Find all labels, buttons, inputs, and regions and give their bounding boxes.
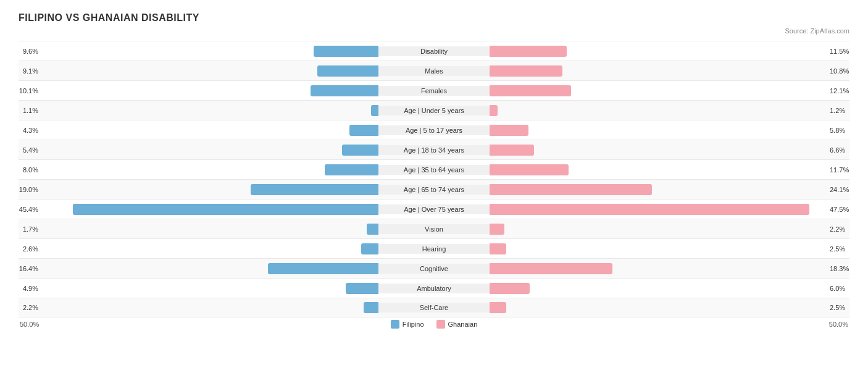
- row-inner: 2.6% Hearing 2.5%: [19, 239, 849, 258]
- right-bar: [490, 65, 562, 77]
- right-bar: [490, 125, 528, 136]
- left-value: 9.6%: [19, 48, 42, 55]
- left-value: 10.1%: [19, 87, 42, 94]
- right-bar: [490, 184, 652, 195]
- chart-row: 9.6% Disability 11.5%: [19, 41, 849, 61]
- right-bar-wrap: [490, 224, 826, 235]
- left-bar-wrap: [42, 65, 378, 77]
- right-bar-wrap: [490, 105, 826, 116]
- left-section: 9.6%: [19, 41, 378, 61]
- chart-row: 5.4% Age | 18 to 34 years 6.6%: [19, 140, 849, 159]
- left-bar-wrap: [42, 224, 378, 235]
- chart-row: 16.4% Cognitive 18.3%: [19, 258, 849, 278]
- left-value: 16.4%: [19, 265, 42, 272]
- row-label: Age | Under 5 years: [378, 106, 490, 116]
- right-value: 11.7%: [826, 166, 849, 174]
- left-section: 1.1%: [19, 101, 378, 120]
- right-section: 24.1%: [490, 180, 849, 199]
- left-section: 1.7%: [19, 219, 378, 238]
- right-value: 10.8%: [826, 67, 849, 75]
- row-inner: 1.1% Age | Under 5 years 1.2%: [19, 101, 849, 120]
- chart-row: 19.0% Age | 65 to 74 years 24.1%: [19, 179, 849, 199]
- row-inner: 4.3% Age | 5 to 17 years 5.8%: [19, 120, 849, 140]
- right-bar: [490, 85, 571, 96]
- right-bar-wrap: [490, 145, 826, 156]
- row-inner: 9.6% Disability 11.5%: [19, 41, 849, 61]
- right-value: 11.5%: [826, 48, 849, 55]
- left-bar: [367, 224, 378, 235]
- left-section: 5.4%: [19, 140, 378, 159]
- right-bar-wrap: [490, 184, 826, 195]
- left-section: 2.6%: [19, 239, 378, 258]
- row-inner: 8.0% Age | 35 to 64 years 11.7%: [19, 160, 849, 179]
- left-bar: [251, 184, 378, 195]
- right-bar: [490, 224, 504, 235]
- right-bar-wrap: [490, 204, 826, 215]
- right-bar: [490, 283, 530, 294]
- left-value: 2.6%: [19, 245, 42, 253]
- left-bar: [268, 263, 378, 274]
- right-section: 2.5%: [490, 298, 849, 317]
- right-section: 47.5%: [490, 200, 849, 219]
- right-section: 10.8%: [490, 61, 849, 80]
- right-value: 18.3%: [826, 265, 849, 272]
- chart-row: 4.3% Age | 5 to 17 years 5.8%: [19, 120, 849, 140]
- right-section: 6.6%: [490, 140, 849, 159]
- left-section: 4.3%: [19, 120, 378, 140]
- right-bar-wrap: [490, 65, 826, 77]
- right-bar: [490, 105, 498, 116]
- right-bar-wrap: [490, 46, 826, 57]
- chart-row: 2.2% Self-Care 2.5%: [19, 298, 849, 317]
- left-bar: [311, 85, 378, 96]
- chart-row: 2.6% Hearing 2.5%: [19, 238, 849, 258]
- legend-label-filipino: Filipino: [403, 321, 424, 328]
- left-bar: [342, 145, 378, 156]
- left-value: 1.7%: [19, 225, 42, 233]
- left-value: 19.0%: [19, 186, 42, 193]
- right-bar-wrap: [490, 302, 826, 313]
- left-bar-wrap: [42, 145, 378, 156]
- left-bar: [314, 46, 378, 57]
- left-section: 4.9%: [19, 279, 378, 298]
- legend-box-ghanaian: [436, 320, 445, 329]
- right-bar-wrap: [490, 263, 826, 274]
- right-bar: [490, 164, 569, 175]
- row-label: Age | 5 to 17 years: [378, 125, 490, 135]
- row-inner: 16.4% Cognitive 18.3%: [19, 259, 849, 278]
- right-bar-wrap: [490, 164, 826, 175]
- chart-row: 8.0% Age | 35 to 64 years 11.7%: [19, 159, 849, 179]
- right-section: 5.8%: [490, 120, 849, 140]
- left-section: 19.0%: [19, 180, 378, 199]
- right-bar: [490, 46, 567, 57]
- left-section: 45.4%: [19, 200, 378, 219]
- right-bar-wrap: [490, 243, 826, 254]
- chart-row: 9.1% Males 10.8%: [19, 61, 849, 80]
- left-bar: [325, 164, 378, 175]
- row-inner: 2.2% Self-Care 2.5%: [19, 298, 849, 317]
- left-bar-wrap: [42, 302, 378, 313]
- left-section: 9.1%: [19, 61, 378, 80]
- row-label: Females: [378, 86, 490, 96]
- source-label: Source: ZipAtlas.com: [19, 27, 849, 35]
- legend-item-filipino: Filipino: [391, 320, 424, 329]
- left-bar-wrap: [42, 184, 378, 195]
- chart-footer: 50.0% Filipino Ghanaian 50.0%: [19, 320, 849, 329]
- row-inner: 5.4% Age | 18 to 34 years 6.6%: [19, 140, 849, 159]
- right-section: 2.5%: [490, 239, 849, 258]
- left-bar-wrap: [42, 125, 378, 136]
- row-label: Age | 18 to 34 years: [378, 145, 490, 155]
- left-bar-wrap: [42, 283, 378, 294]
- right-bar-wrap: [490, 283, 826, 294]
- row-label: Vision: [378, 224, 490, 234]
- row-label: Age | 35 to 64 years: [378, 165, 490, 175]
- row-inner: 4.9% Ambulatory 6.0%: [19, 279, 849, 298]
- right-bar: [490, 263, 612, 274]
- legend-box-filipino: [391, 320, 399, 329]
- left-bar-wrap: [42, 263, 378, 274]
- legend-label-ghanaian: Ghanaian: [448, 321, 478, 328]
- right-bar-wrap: [490, 125, 826, 136]
- right-value: 6.6%: [826, 146, 849, 154]
- right-section: 11.7%: [490, 160, 849, 179]
- right-value: 12.1%: [826, 87, 849, 94]
- legend-item-ghanaian: Ghanaian: [436, 320, 478, 329]
